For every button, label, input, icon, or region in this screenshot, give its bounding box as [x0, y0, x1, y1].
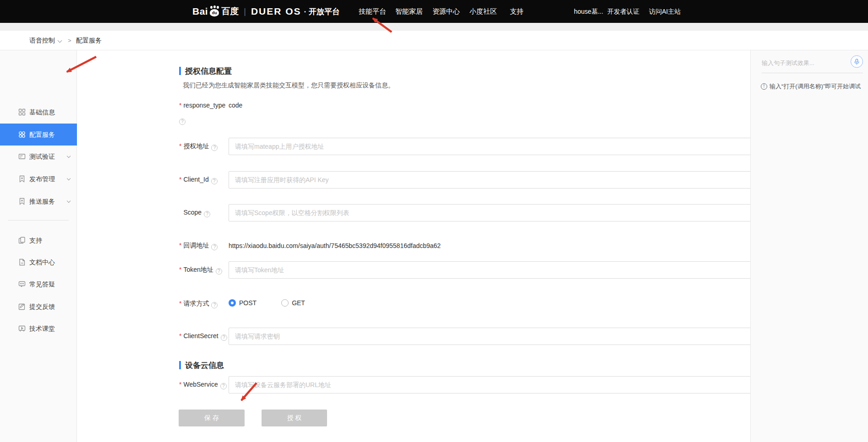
section-title-auth-config: 授权信息配置 [179, 65, 232, 76]
request-method-radio-group: POST GET [229, 299, 305, 307]
topnav-skill-platform[interactable]: 技能平台 [359, 0, 386, 23]
logo-text-open-platform: · 开放平台 [304, 6, 340, 17]
token-url-input[interactable] [229, 261, 802, 279]
topnav-xiaodu-community[interactable]: 小度社区 [469, 0, 497, 23]
help-icon[interactable]: ? [211, 244, 218, 250]
chevron-down-icon[interactable] [58, 38, 62, 43]
callback-url-value: https://xiaodu.baidu.com/saiya/auth/7546… [229, 242, 441, 249]
required-asterisk: * [179, 332, 181, 340]
chat-bubble-icon [18, 280, 26, 288]
field-label-scope: *Scope? [179, 209, 210, 217]
breadcrumb-current: 配置服务 [76, 31, 102, 50]
info-icon: ! [761, 83, 767, 90]
sidebar-divider [8, 220, 69, 221]
section-accent-bar [179, 67, 181, 75]
form-row-scope: *Scope? [77, 204, 750, 221]
help-icon[interactable]: ? [220, 383, 227, 389]
required-asterisk: * [179, 381, 181, 388]
chevron-down-icon [67, 199, 71, 203]
help-icon[interactable]: ? [211, 145, 218, 151]
microphone-icon [854, 59, 860, 65]
baidu-dueros-logo[interactable]: Bai du 百度 | DUER OS · 开放平台 [192, 0, 340, 23]
form-row-request-method: *请求方式? POST GET [77, 299, 750, 308]
logo-text-dueros: DUER OS [251, 6, 301, 17]
required-asterisk: * [179, 242, 181, 249]
sidebar-item-feedback[interactable]: 提交反馈 [0, 296, 77, 318]
top-bar: Bai du 百度 | DUER OS · 开放平台 技能平台 智能家居 资源中… [0, 0, 868, 23]
main-content: 授权信息配置 我们已经为您生成智能家居类技能交互模型，您只需要授权相应设备信息。… [77, 50, 750, 442]
sidebar-item-test-verify[interactable]: 测试验证 [0, 146, 77, 167]
document-icon [18, 259, 26, 266]
field-label-web-service: *WebService? [179, 381, 227, 389]
cluster-icon [18, 131, 26, 138]
baidu-paw-icon: du [208, 5, 220, 17]
microphone-button[interactable] [851, 55, 863, 68]
field-label-token-url: *Token地址? [179, 266, 222, 275]
sidebar-item-doc-center[interactable]: 文档中心 [0, 251, 77, 273]
bookmark-plus-icon [18, 175, 26, 183]
edit-icon [18, 303, 26, 310]
form-row-auth-url: *授权地址? [77, 138, 750, 155]
radio-post[interactable] [229, 299, 236, 307]
test-panel-hint: ! 输入“打开(调用名称)”即可开始调试 [761, 82, 861, 91]
required-asterisk: * [179, 176, 181, 183]
visit-ai-site-link[interactable]: 访问AI主站 [649, 0, 681, 23]
topnav-support[interactable]: 支持 [510, 0, 524, 23]
chevron-down-icon [67, 177, 71, 180]
radio-post-label: POST [239, 299, 257, 307]
sidebar: 基础信息 配置服务 测试验证 发布管理 推送服务 [0, 50, 77, 442]
sub-strip [0, 23, 868, 31]
field-label-response-type: *response_type [179, 102, 225, 109]
sidebar-item-config-service[interactable]: 配置服务 [0, 124, 77, 146]
field-label-auth-url: *授权地址? [179, 142, 218, 151]
form-row-token-url: *Token地址? [77, 261, 750, 279]
breadcrumb-parent[interactable]: 语音控制 [29, 31, 55, 50]
help-icon[interactable]: ? [211, 178, 218, 184]
client-id-input[interactable] [229, 171, 802, 189]
test-sentence-input[interactable] [762, 57, 844, 69]
sidebar-item-tech-class[interactable]: 技术课堂 [0, 318, 77, 340]
sidebar-item-faq[interactable]: 常见答疑 [0, 273, 77, 295]
developer-cert-link[interactable]: 开发者认证 [607, 0, 639, 23]
help-icon[interactable]: ? [204, 211, 210, 217]
form-row-web-service: *WebService? [77, 376, 750, 393]
video-screen-icon [18, 325, 26, 332]
test-card-icon [18, 153, 26, 160]
topnav-smart-home[interactable]: 智能家居 [395, 0, 423, 23]
logo-text-baidu-cn: 百度 [221, 5, 239, 17]
bookmark-plus-icon [18, 198, 26, 205]
help-icon[interactable]: ? [221, 334, 227, 341]
sidebar-item-publish-manage[interactable]: 发布管理 [0, 168, 77, 190]
breadcrumb-separator-icon: > [68, 31, 71, 50]
radio-get[interactable] [281, 299, 289, 307]
form-row-client-id: *Client_Id? [77, 171, 750, 189]
topnav-resource-center[interactable]: 资源中心 [432, 0, 460, 23]
client-secret-input[interactable] [229, 328, 802, 345]
auth-url-input[interactable] [229, 138, 802, 155]
form-row-response-type: *response_type code [77, 102, 750, 111]
help-icon[interactable]: ? [211, 302, 218, 308]
authorize-button[interactable]: 授 权 [262, 410, 327, 426]
chevron-down-icon [67, 154, 71, 158]
field-label-client-secret: *ClientSecret? [179, 332, 227, 341]
form-row-client-secret: *ClientSecret? [77, 328, 750, 345]
sidebar-item-support[interactable]: 支持 [0, 229, 77, 251]
user-account-menu[interactable]: house墓... [574, 0, 603, 23]
logo-separator: | [244, 7, 246, 16]
section-title-device-cloud: 设备云信息 [179, 360, 224, 371]
web-service-input[interactable] [229, 376, 802, 393]
logo-text-bai: Bai [192, 6, 208, 17]
required-asterisk: * [179, 102, 181, 109]
radio-get-label: GET [292, 299, 305, 307]
help-icon[interactable]: ? [179, 119, 186, 125]
sidebar-item-push-service[interactable]: 推送服务 [0, 190, 77, 212]
copy-icon [18, 237, 26, 244]
field-label-callback-url: *回调地址? [179, 242, 218, 250]
help-icon[interactable]: ? [216, 268, 222, 275]
field-label-request-method: *请求方式? [179, 300, 218, 308]
sidebar-item-basic-info[interactable]: 基础信息 [0, 101, 77, 123]
save-button[interactable]: 保 存 [179, 410, 245, 426]
grid-icon [18, 108, 26, 116]
response-type-value: code [229, 102, 242, 109]
scope-input[interactable] [229, 204, 802, 221]
